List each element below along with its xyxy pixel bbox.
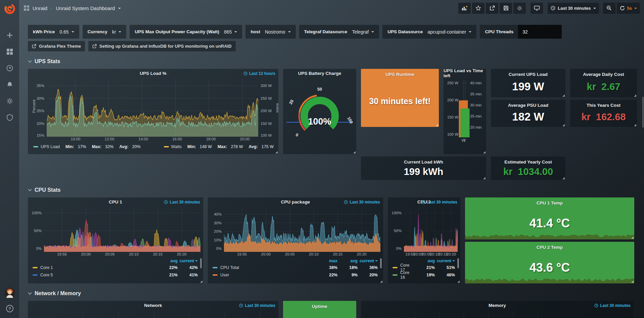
refresh-picker[interactable]: 5s xyxy=(617,3,640,14)
legend-series-name[interactable]: CPU Total xyxy=(220,265,239,270)
panel-title[interactable]: CPU 1 Temp xyxy=(465,198,634,207)
variable-value[interactable]: kr xyxy=(112,29,122,35)
configuration-gear-icon[interactable] xyxy=(6,97,13,105)
legend-scrollbar-thumb[interactable] xyxy=(200,258,202,268)
variable-value[interactable]: 0.65 xyxy=(59,29,74,35)
dashboard-link[interactable]: Setting up Grafana and InfluxDB for UPS … xyxy=(88,41,236,51)
create-plus-icon[interactable] xyxy=(6,32,13,39)
chart-plot[interactable] xyxy=(404,208,458,252)
panel-time-range-link[interactable]: Last 30 minutes xyxy=(344,200,380,205)
refresh-icon[interactable] xyxy=(620,6,625,11)
grafana-logo-icon[interactable] xyxy=(0,0,19,17)
legend-header-avg[interactable]: avg xyxy=(157,259,178,263)
legend-series-name[interactable]: Watts xyxy=(171,144,182,149)
panel-resize-handle[interactable] xyxy=(275,151,278,153)
panel-title[interactable]: UPS Load vs Time left xyxy=(444,69,486,78)
panel-resize-handle[interactable] xyxy=(634,124,636,126)
variable-ups-max-output-power-capacity-watt-[interactable]: UPS Max Output Power Capacity (Watt) 865 xyxy=(130,25,242,39)
panel-time-range-link[interactable]: Last 30 minutes xyxy=(594,303,631,308)
section-header-ups-stats[interactable]: UPS Stats xyxy=(29,58,60,64)
panel-title[interactable]: This Years Cost xyxy=(570,101,637,109)
panel-resize-handle[interactable] xyxy=(483,151,486,153)
variable-input[interactable]: 32 xyxy=(518,25,562,39)
panel-resize-handle[interactable] xyxy=(200,280,202,283)
panel-resize-handle[interactable] xyxy=(380,280,382,283)
variable-host[interactable]: host Nostromo xyxy=(245,25,295,39)
add-panel-button[interactable] xyxy=(458,3,471,14)
variable-telegraf-datasource[interactable]: Telegraf Datasource Telegraf xyxy=(299,25,379,39)
variable-ups-datasource[interactable]: UPS Datasource apcupsd-container xyxy=(382,25,476,39)
save-dashboard-button[interactable] xyxy=(500,3,512,14)
panel-title[interactable]: UPS Runtime xyxy=(361,70,439,79)
variable-cpu-threads[interactable]: CPU Threads 32 xyxy=(480,25,562,39)
panel-resize-handle[interactable] xyxy=(483,177,486,179)
chart-plot[interactable] xyxy=(54,311,276,318)
dashboard-grid-icon[interactable] xyxy=(24,5,29,11)
panel-resize-handle[interactable] xyxy=(562,124,565,126)
explore-compass-icon[interactable] xyxy=(6,64,13,72)
panel-title[interactable]: UPS Load % xyxy=(28,69,278,78)
legend-scrollbar-thumb[interactable] xyxy=(457,258,459,268)
panel-resize-handle[interactable] xyxy=(631,280,634,283)
page-scrollbar-thumb[interactable] xyxy=(642,97,644,128)
panel-title[interactable]: Average PSU Load xyxy=(491,101,565,109)
legend-series-name[interactable]: UPS Load xyxy=(41,144,60,149)
legend-header-current[interactable]: current xyxy=(435,259,455,263)
variable-currency[interactable]: Currency kr xyxy=(83,25,127,39)
cycle-view-tv-button[interactable] xyxy=(531,3,543,14)
panel-resize-handle[interactable] xyxy=(562,177,565,179)
zoom-out-time-button[interactable] xyxy=(603,3,615,14)
panel-title[interactable]: Current Load kWh xyxy=(361,157,486,166)
legend-series-name[interactable]: Core 16 xyxy=(400,270,415,280)
server-admin-shield-icon[interactable] xyxy=(6,114,13,121)
alerting-bell-icon[interactable] xyxy=(6,81,13,88)
panel-resize-handle[interactable] xyxy=(634,94,636,97)
user-avatar[interactable] xyxy=(5,288,15,298)
share-dashboard-button[interactable] xyxy=(486,3,498,14)
panel-title[interactable]: Uptime xyxy=(283,302,356,311)
chart-plot[interactable] xyxy=(393,311,547,318)
variable-value[interactable]: Nostromo xyxy=(265,29,291,35)
legend-series-name[interactable]: Core 5 xyxy=(40,273,53,277)
legend-header-avg[interactable]: avg xyxy=(415,259,435,263)
chart-plot[interactable] xyxy=(44,208,200,252)
panel-title[interactable]: Average Daily Cost xyxy=(570,70,637,79)
star-dashboard-button[interactable] xyxy=(472,3,485,14)
legend-header-avg[interactable]: avg xyxy=(337,259,358,263)
variable-value[interactable]: 865 xyxy=(224,29,237,35)
panel-resize-handle[interactable] xyxy=(353,151,356,153)
time-range-picker[interactable]: Last 30 minutes xyxy=(548,3,599,14)
bar-plot[interactable] xyxy=(461,80,467,137)
panel-resize-handle[interactable] xyxy=(436,124,438,126)
panel-title[interactable]: Memory xyxy=(361,301,634,310)
chart-plot[interactable] xyxy=(224,208,380,252)
panel-time-range-link[interactable]: Last 30 minutes xyxy=(164,200,200,205)
help-icon[interactable]: ? xyxy=(6,305,14,313)
refresh-caret-icon[interactable] xyxy=(634,8,637,9)
section-header-network-memory[interactable]: Network / Memory xyxy=(29,290,81,297)
panel-resize-handle[interactable] xyxy=(562,94,565,97)
legend-header-max[interactable]: max xyxy=(317,259,337,263)
panel-time-range-link[interactable]: Last 30 minutes xyxy=(239,303,275,308)
panel-time-range-link[interactable]: Last 30 minutes xyxy=(421,200,457,205)
dashboards-icon[interactable] xyxy=(6,48,13,55)
legend-series-name[interactable]: Core 1 xyxy=(40,265,53,270)
panel-time-range-link[interactable]: Last 12 hours xyxy=(243,71,275,76)
legend-scrollbar-thumb[interactable] xyxy=(380,258,382,268)
variable-kwh-price[interactable]: kWh Price 0.65 xyxy=(28,25,79,39)
panel-resize-handle[interactable] xyxy=(457,280,460,283)
legend-header-current[interactable]: current xyxy=(178,259,198,263)
variable-value[interactable]: Telegraf xyxy=(352,29,374,35)
dashboard-settings-gear-icon[interactable] xyxy=(513,3,526,14)
panel-title[interactable]: UPS Battery Charge xyxy=(283,69,356,78)
ups-load-plot[interactable] xyxy=(47,79,258,137)
panel-title[interactable]: Estimated Yearly Cost xyxy=(491,157,565,166)
breadcrumb-dashboard-title[interactable]: Unraid System Dashboard xyxy=(56,5,115,11)
refresh-interval-label[interactable]: 5s xyxy=(627,6,632,11)
dashboard-picker-caret-icon[interactable] xyxy=(118,8,121,9)
panel-resize-handle[interactable] xyxy=(631,236,634,239)
legend-series-name[interactable]: User xyxy=(220,273,229,277)
legend-header-current[interactable]: current xyxy=(358,259,378,263)
panel-title[interactable]: CPU 2 Temp xyxy=(465,243,634,252)
breadcrumb-app[interactable]: Unraid xyxy=(33,5,47,11)
